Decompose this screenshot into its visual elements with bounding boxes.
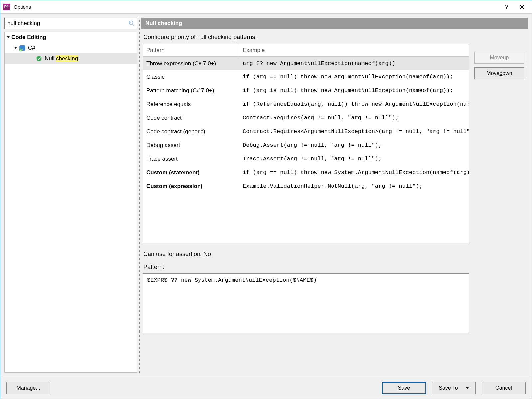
svg-text:R#: R# [4,5,9,8]
table-row[interactable]: Custom (expression)Example.ValidationHel… [143,179,469,193]
cell-pattern: Code contract (generic) [143,128,239,135]
content-panel: Null checking Configure priority of null… [141,18,528,373]
table-row[interactable]: Code contractContract.Requires(arg != nu… [143,111,469,125]
window-title: Options [14,4,31,10]
cell-pattern: Code contract [143,115,239,121]
table-row[interactable]: Custom (statement)if (arg == null) throw… [143,166,469,179]
close-button[interactable] [514,2,530,12]
csharp-file-icon: C# [19,44,26,52]
search-icon [128,20,135,27]
content-main-column: Configure priority of null checking patt… [143,34,469,369]
resharper-icon: R# [3,3,10,11]
cell-pattern: Throw expression (C# 7.0+) [143,60,239,67]
cell-example: if (ReferenceEquals(arg, null)) throw ne… [239,101,469,107]
sidebar: Code Editing C# C# [4,18,137,373]
cell-pattern: Classic [143,74,239,80]
assertion-label: Can use for assertion: No [143,251,469,258]
tree-node-csharp[interactable]: C# C# [5,43,137,53]
grid-rows: Throw expression (C# 7.0+)arg ?? new Arg… [143,57,469,243]
cell-example: Contract.Requires(arg != null, "arg != n… [239,115,469,121]
table-row[interactable]: Debug assertDebug.Assert(arg != null, "a… [143,138,469,152]
column-header-pattern[interactable]: Pattern [143,44,239,56]
cell-pattern: Debug assert [143,142,239,149]
save-to-button[interactable]: Save To [432,382,476,394]
cell-pattern: Reference equals [143,101,239,108]
cell-pattern: Custom (expression) [143,183,239,190]
grid-header: Pattern Example [143,44,469,57]
search-wrap [4,18,137,29]
tree-label: Null checking [45,55,78,62]
cell-example: if (arg == null) throw new System.Argume… [239,169,469,176]
instruction-label: Configure priority of null checking patt… [143,34,469,41]
dialog-body: Code Editing C# C# [0,14,532,377]
shield-check-icon [35,55,43,62]
manage-button[interactable]: Manage... [6,382,50,394]
caret-icon [14,47,17,49]
column-header-example[interactable]: Example [239,44,469,56]
splitter[interactable] [137,18,141,373]
reorder-buttons: Move up Move down [474,34,524,369]
patterns-grid[interactable]: Pattern Example Throw expression (C# 7.0… [143,44,469,243]
cell-example: if (arg is null) throw new ArgumentNullE… [239,87,469,94]
table-row[interactable]: Code contract (generic)Contract.Requires… [143,125,469,138]
cell-pattern: Trace assert [143,156,239,162]
cell-example: arg ?? new ArgumentNullException(nameof(… [239,60,469,66]
pattern-textbox[interactable]: $EXPR$ ?? new System.ArgumentNullExcepti… [143,273,469,333]
move-down-button[interactable]: Move down [474,67,524,79]
tree-node-code-editing[interactable]: Code Editing [5,32,137,43]
chevron-down-icon [466,387,469,389]
table-row[interactable]: Classicif (arg == null) throw new Argume… [143,70,469,84]
caret-icon [7,36,10,38]
help-button[interactable]: ? [499,2,514,12]
options-dialog: R# Options ? [0,0,532,399]
table-row[interactable]: Pattern matching (C# 7.0+)if (arg is nul… [143,84,469,97]
tree-node-null-checking[interactable]: Null checking [5,53,137,64]
options-tree[interactable]: Code Editing C# C# [4,32,137,373]
search-input[interactable] [4,18,137,29]
dialog-footer: Manage... Save Save To Cancel [0,377,532,399]
cell-example: Example.ValidationHelper.NotNull(arg, "a… [239,183,469,189]
table-row[interactable]: Trace assertTrace.Assert(arg != null, "a… [143,152,469,166]
move-up-button[interactable]: Move up [474,52,524,64]
save-button[interactable]: Save [382,382,426,394]
cell-example: Trace.Assert(arg != null, "arg != null")… [239,156,469,162]
cell-example: Debug.Assert(arg != null, "arg != null")… [239,142,469,148]
cell-pattern: Pattern matching (C# 7.0+) [143,87,239,94]
table-row[interactable]: Reference equalsif (ReferenceEquals(arg,… [143,97,469,111]
cell-example: if (arg == null) throw new ArgumentNullE… [239,74,469,80]
svg-text:C#: C# [20,49,23,51]
content-body: Configure priority of null checking patt… [141,29,528,373]
cell-pattern: Custom (statement) [143,169,239,176]
page-title: Null checking [141,18,528,29]
pattern-label: Pattern: [143,264,469,271]
tree-label: Code Editing [11,34,46,41]
titlebar: R# Options ? [0,0,532,14]
cell-example: Contract.Requires<ArgumentNullException>… [239,128,469,135]
table-row[interactable]: Throw expression (C# 7.0+)arg ?? new Arg… [143,57,469,70]
cancel-button[interactable]: Cancel [482,382,526,394]
svg-line-4 [133,24,135,26]
tree-label: C# [28,45,35,51]
